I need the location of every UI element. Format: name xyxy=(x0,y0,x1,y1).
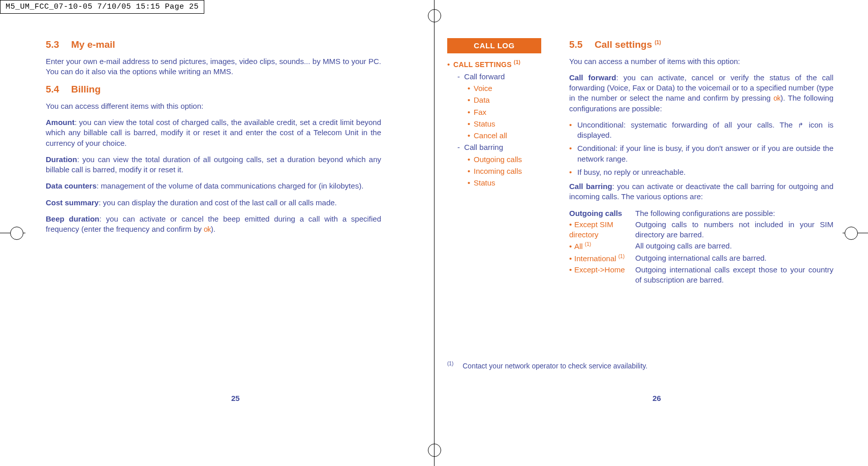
label-outgoing: Outgoing calls xyxy=(569,209,622,218)
page-25: 5.3My e-mail Enter your own e-mail addre… xyxy=(46,38,381,240)
row-sup: (1) xyxy=(618,254,625,259)
row-text: Outgoing calls to numbers not included i… xyxy=(635,220,833,240)
heading-number: 5.4 xyxy=(46,83,71,96)
footnote-text: Contact your network operator to check s… xyxy=(462,362,647,370)
label-datacounters: Data counters xyxy=(46,181,97,190)
text-datacounters: : management of the volume of data commu… xyxy=(97,181,363,190)
para-amount: Amount: you can view the total cost of c… xyxy=(46,117,381,148)
label-amount: Amount xyxy=(46,118,75,127)
heading-5-5: 5.5Call settings (1) xyxy=(569,38,833,51)
bullet-unconditional: •Unconditional: systematic forwarding of… xyxy=(569,120,833,141)
heading-5-3: 5.3My e-mail xyxy=(46,38,381,51)
menu-label-call-settings: CALL SETTINGS xyxy=(453,60,514,69)
menu-voice: •Voice xyxy=(468,82,554,94)
row-except-home: •Except->Home Outgoing international cal… xyxy=(569,265,833,286)
page-26: CALL LOG •CALL SETTINGS (1) - Call forwa… xyxy=(447,38,833,286)
heading-sup: (1) xyxy=(655,40,661,45)
menu-label: Call forward xyxy=(464,72,505,81)
row-label: Except->Home xyxy=(574,265,625,274)
ok-icon: ok xyxy=(773,94,781,102)
heading-number: 5.3 xyxy=(46,38,71,51)
bullet-text: Conditional: if your line is busy, if yo… xyxy=(577,143,833,164)
para-datacounters: Data counters: management of the volume … xyxy=(46,181,381,191)
menu-cancel-all: •Cancel all xyxy=(468,130,554,141)
para-call-barring: Call barring: you can activate or deacti… xyxy=(569,181,833,202)
heading-title: Billing xyxy=(71,84,101,95)
para-5-4-intro: You can access different items with this… xyxy=(46,101,381,111)
row-label: International xyxy=(574,254,618,263)
menu-label: Incoming calls xyxy=(474,167,522,175)
menu-label: Fax xyxy=(474,108,486,116)
footnote: (1)Contact your network operator to chec… xyxy=(447,361,647,370)
para-5-3: Enter your own e-mail address to send pi… xyxy=(46,56,381,77)
para-costsummary: Cost summary: you can display the durati… xyxy=(46,198,381,208)
label-duration: Duration xyxy=(46,155,77,164)
menu-incoming: •Incoming calls xyxy=(468,165,554,177)
para-duration: Duration: you can view the total duratio… xyxy=(46,154,381,175)
crop-mark-label: M5_UM_FCC_07-10-05 7/10/05 15:15 Page 25 xyxy=(0,0,204,14)
heading-title: My e-mail xyxy=(71,39,115,50)
forward-icon: ↱ xyxy=(798,121,803,129)
menu-label: Outgoing calls xyxy=(474,155,522,164)
row-text: All outgoing calls are barred. xyxy=(635,241,833,252)
menu-sup: (1) xyxy=(514,60,520,66)
menu-call-barring: - Call barring xyxy=(457,141,554,153)
text-costsummary: : you can display the duration and cost … xyxy=(99,198,337,207)
para-5-5-intro: You can access a number of items with th… xyxy=(569,56,833,67)
menu-fax: •Fax xyxy=(468,106,554,118)
bullet-text-a: Unconditional: systematic forwarding of … xyxy=(577,120,798,129)
row-international: •International (1) Outgoing internationa… xyxy=(569,253,833,264)
para-beepduration: Beep duration: you can activate or cance… xyxy=(46,214,381,235)
menu-label: Cancel all xyxy=(474,131,507,140)
menu-status-2: •Status xyxy=(468,177,554,189)
menu-call-settings: •CALL SETTINGS (1) xyxy=(447,58,554,71)
page-number-25: 25 xyxy=(231,394,240,402)
crop-mark-left xyxy=(0,233,25,233)
label-call-forward: Call forward xyxy=(569,73,616,82)
row-outgoing: Outgoing calls The following configurati… xyxy=(569,208,833,219)
body-column: 5.5Call settings (1) You can access a nu… xyxy=(569,38,833,286)
heading-5-4: 5.4Billing xyxy=(46,83,381,96)
row-all: •All (1) All outgoing calls are barred. xyxy=(569,241,833,252)
menu-outgoing: •Outgoing calls xyxy=(468,153,554,165)
bullet-text: If busy, no reply or unreachable. xyxy=(577,167,833,177)
label-call-barring: Call barring xyxy=(569,182,612,191)
menu-label: Call barring xyxy=(464,143,503,151)
page-number-26: 26 xyxy=(653,394,661,402)
menu-label: Status xyxy=(474,119,495,128)
label-beepduration: Beep duration xyxy=(46,214,100,223)
menu-label: Data xyxy=(474,96,490,104)
row-text: Outgoing international calls are barred. xyxy=(635,253,833,264)
call-log-tag: CALL LOG xyxy=(447,38,541,53)
menu-data: •Data xyxy=(468,94,554,106)
label-costsummary: Cost summary xyxy=(46,198,99,207)
text-amount: : you can view the total cost of charged… xyxy=(46,118,381,147)
row-text: Outgoing international calls except thos… xyxy=(635,265,833,286)
row-except-sim: •Except SIM directory Outgoing calls to … xyxy=(569,220,833,240)
ok-icon: ok xyxy=(204,225,211,233)
para-call-forward: Call forward: you can activate, cancel o… xyxy=(569,73,833,114)
row-sup: (1) xyxy=(585,241,591,247)
heading-title: Call settings (1) xyxy=(595,39,661,50)
text-beepduration-b: ). xyxy=(211,225,215,233)
menu-label: Voice xyxy=(474,84,492,92)
page-divider xyxy=(434,0,435,466)
heading-number: 5.5 xyxy=(569,38,595,51)
menu-call-forward: - Call forward xyxy=(457,71,554,82)
text-outgoing: The following configurations are possibl… xyxy=(635,208,833,219)
menu-column: CALL LOG •CALL SETTINGS (1) - Call forwa… xyxy=(447,38,554,286)
row-label: Except SIM directory xyxy=(569,220,613,239)
text-duration: : you can view the total duration of all… xyxy=(46,155,381,174)
crop-mark-right xyxy=(843,233,868,233)
bullet-ifbusy: •If busy, no reply or unreachable. xyxy=(569,167,833,177)
menu-label: Status xyxy=(474,178,495,187)
bullet-conditional: •Conditional: if your line is busy, if y… xyxy=(569,143,833,164)
row-label: All xyxy=(574,242,585,251)
menu-status: •Status xyxy=(468,118,554,130)
footnote-sup: (1) xyxy=(447,361,453,366)
